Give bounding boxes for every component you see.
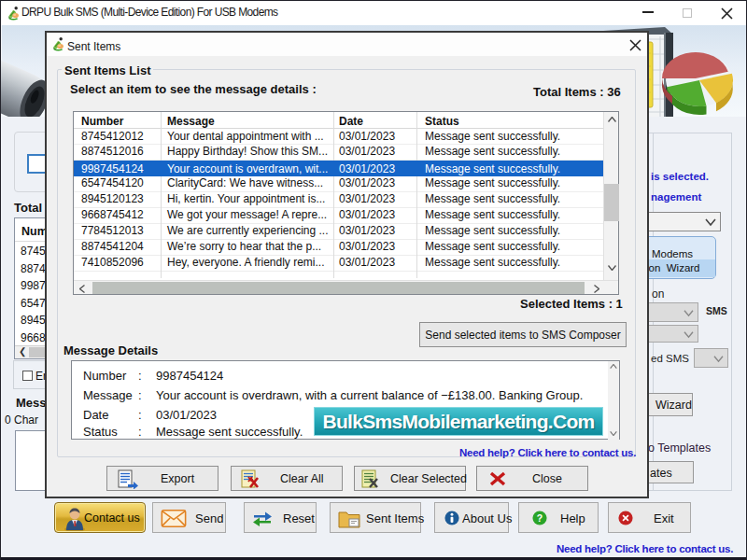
- svg-text:?: ?: [537, 512, 543, 524]
